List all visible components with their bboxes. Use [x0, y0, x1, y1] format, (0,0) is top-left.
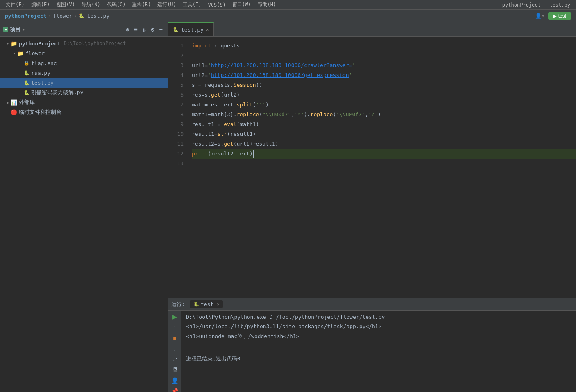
run-button[interactable]: ▶ test: [548, 12, 571, 20]
run-tab-icon: 🐍: [193, 302, 199, 307]
sidebar-item-scratch[interactable]: ▶ 🔴 临时文件和控制台: [0, 107, 168, 117]
main-layout: ▪ 项目 ▾ ⊕ ≡ ⇅ ⚙ − ▾ 📁 pythonProject D:\To…: [0, 22, 576, 392]
code-line-10: result1=str(result1): [192, 129, 576, 139]
run-vertical-controls: ▶ ↑ ■ ↓ ⇌ 🖶 👤 📌: [168, 311, 181, 392]
comma1: ,: [291, 110, 295, 119]
sidebar-item-external-lib[interactable]: ▶ 📊 外部库: [0, 97, 168, 107]
file-crack-icon: 🐍: [24, 90, 29, 95]
arrow-flower-icon: ▾: [13, 51, 16, 56]
toolbar-expand-icon[interactable]: ⇅: [141, 25, 147, 34]
sidebar-content: ▾ 📁 pythonProject D:\Tool\pythonProject …: [0, 37, 168, 392]
run-play-btn[interactable]: ▶: [170, 312, 180, 321]
paren-session: (): [256, 81, 263, 89]
sidebar-item-rsapy[interactable]: ▶ 🐍 rsa.py: [0, 68, 168, 78]
run-wrap-btn[interactable]: ⇌: [170, 355, 180, 364]
paren-r1: (: [259, 110, 262, 119]
menu-item-window[interactable]: 窗口(W): [230, 0, 254, 9]
run-print-btn[interactable]: 🖶: [170, 365, 180, 374]
fn-str: str: [218, 130, 227, 138]
project-toolbar-label: ▪ 项目 ▾: [3, 26, 25, 33]
code-line-5: s = requests.Session(): [192, 80, 576, 90]
run-up-btn[interactable]: ↑: [170, 323, 180, 332]
tree-label-pythonproject: pythonProject: [19, 41, 61, 47]
menu-item-tools[interactable]: 工具(I): [180, 0, 204, 9]
tree-label-scratch: 临时文件和控制台: [19, 108, 61, 116]
toolbar-add-icon[interactable]: ⊕: [124, 25, 131, 34]
line-num-12: 12: [168, 149, 184, 159]
run-user-btn[interactable]: 👤: [170, 376, 180, 385]
sidebar-item-testpy[interactable]: ▶ 🐍 test.py: [0, 78, 168, 88]
code-editor[interactable]: 1 2 3 4 5 6 7 8 9 10 11 12 13 import req…: [168, 37, 576, 298]
var-url2: url2=: [192, 71, 208, 79]
sidebar: ▪ 项目 ▾ ⊕ ≡ ⇅ ⚙ − ▾ 📁 pythonProject D:\To…: [0, 22, 168, 392]
var-result1b: result1=: [192, 130, 218, 138]
str-apos3: ': [208, 71, 211, 79]
folder-icon: 📁: [11, 41, 17, 47]
menu-item-run[interactable]: 运行(U): [155, 0, 179, 9]
run-stop-btn[interactable]: ■: [170, 333, 180, 342]
url1-val: http://101.200.138.180:10006/crawler?ans…: [211, 61, 352, 70]
bottom-toolbar: 运行: 🐍 test ✕: [168, 298, 576, 311]
toolbar-collapse-icon[interactable]: ≡: [132, 25, 139, 34]
fn-session: Session: [234, 81, 256, 89]
cursor: ): [249, 150, 254, 158]
sidebar-item-flagenc[interactable]: ▶ 🔒 flag.enc: [0, 58, 168, 68]
scratch-icon: 🔴: [11, 109, 17, 115]
tab-label: test.py: [181, 27, 204, 33]
menu-item-refactor[interactable]: 重构(R): [129, 0, 153, 9]
breadcrumb-file[interactable]: test.py: [87, 13, 109, 19]
line-num-6: 6: [168, 90, 184, 100]
tab-close-icon[interactable]: ✕: [206, 27, 209, 32]
toolbar-minimize-icon[interactable]: −: [158, 25, 164, 34]
code-line-9: result1 = eval(math1): [192, 119, 576, 129]
fn-split: split: [237, 101, 253, 109]
folder-flower-icon: 📁: [17, 50, 24, 56]
str-apos4: ': [349, 71, 352, 79]
menu-item-file[interactable]: 文件(F): [3, 0, 27, 9]
run-tab[interactable]: 🐍 test ✕: [190, 300, 223, 308]
breadcrumb-folder[interactable]: flower: [53, 13, 73, 19]
menu-item-code[interactable]: 代码(C): [104, 0, 128, 9]
tab-testpy[interactable]: 🐍 test.py ✕: [168, 22, 214, 36]
output-line-4: [186, 341, 571, 350]
paren-split2: ): [265, 101, 269, 109]
str-r2a: '\\u00f7': [336, 110, 365, 119]
menu-item-view[interactable]: 视图(V): [54, 0, 77, 9]
run-tab-close[interactable]: ✕: [217, 302, 220, 307]
paren-get1: (url2): [220, 91, 240, 99]
code-content[interactable]: import requests url1='http://101.200.138…: [188, 40, 576, 295]
line-num-10: 10: [168, 129, 184, 139]
url2-val: http://101.200.138.180:10006/get_express…: [211, 71, 349, 79]
code-line-6: res=s.get(url2): [192, 90, 576, 100]
sp1: requests: [211, 42, 240, 50]
paren-get2: (url1+result1): [234, 140, 279, 148]
run-down-btn[interactable]: ↓: [170, 344, 180, 353]
var-url1: url1=: [192, 61, 208, 70]
line-num-4: 4: [168, 70, 184, 80]
line-num-3: 3: [168, 61, 184, 70]
menu-item-help[interactable]: 帮助(H): [255, 0, 279, 9]
code-line-11: result2=s.get(url1+result1): [192, 139, 576, 149]
menu-item-edit[interactable]: 编辑(E): [29, 0, 52, 9]
menu-item-vcs[interactable]: VCS(S): [206, 1, 228, 9]
run-pin-btn[interactable]: 📌: [170, 387, 180, 392]
fn-get1: get: [211, 91, 220, 99]
code-line-8: math1=math[3].replace("\\u00d7",'*').rep…: [192, 110, 576, 119]
line-num-5: 5: [168, 80, 184, 90]
sidebar-item-flower[interactable]: ▾ 📁 flower: [0, 48, 168, 58]
paren-r1e: ).: [304, 110, 311, 119]
menu-item-nav[interactable]: 导航(N): [79, 0, 103, 9]
sidebar-item-pythonproject[interactable]: ▾ 📁 pythonProject D:\Tool\pythonProject: [0, 38, 168, 48]
breadcrumb-bar: pythonProject › flower › 🐍 test.py 👤▾ ▶ …: [0, 10, 576, 22]
arrow-external-icon: ▶: [7, 100, 9, 105]
tab-bar: 🐍 test.py ✕: [168, 22, 576, 37]
var-result2: result2=s.: [192, 140, 224, 148]
sidebar-item-crackpy[interactable]: ▶ 🐍 凯撒密码暴力破解.py: [0, 88, 168, 97]
toolbar-settings-icon[interactable]: ⚙: [149, 25, 156, 34]
code-line-1: import requests: [192, 41, 576, 51]
code-line-13: [192, 159, 576, 169]
breadcrumb-project[interactable]: pythonProject: [5, 13, 47, 19]
project-dropdown-icon[interactable]: ▾: [22, 26, 25, 32]
sidebar-toolbar: ▪ 项目 ▾ ⊕ ≡ ⇅ ⚙ −: [0, 22, 168, 37]
lib-icon: 📊: [11, 99, 17, 106]
